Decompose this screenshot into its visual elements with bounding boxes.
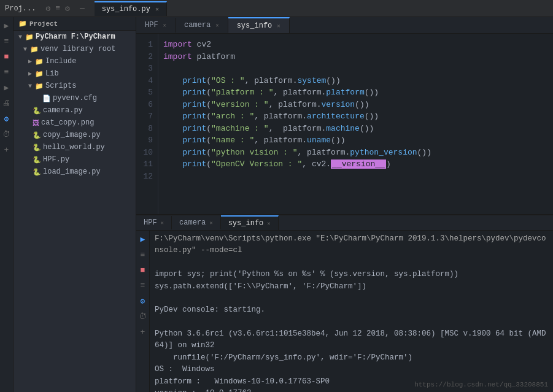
code-line-1: import cv2 bbox=[163, 39, 548, 51]
pyvenv-label: pyvenv.cfg bbox=[53, 94, 97, 102]
pyvenv-file-icon: 📄 bbox=[42, 94, 51, 102]
code-line-8: print("machine : ", platform.machine()) bbox=[163, 123, 548, 135]
tab-camera[interactable]: camera ✕ bbox=[176, 18, 228, 33]
console-area: HPF ✕ camera ✕ sys_info ✕ ▶ ≡ ■ ≡ bbox=[136, 214, 553, 392]
tree-item-hpf[interactable]: 🐍 HPF.py bbox=[14, 153, 136, 166]
console-line-2: import sys; print('Python %s on %s' % (s… bbox=[155, 269, 548, 280]
console-line-5: PyDev console: starting. bbox=[155, 304, 548, 316]
console-run-icon[interactable]: ▶ bbox=[139, 233, 147, 245]
console-tab-sys-info-close[interactable]: ✕ bbox=[267, 220, 270, 227]
pycharm-label: PyCharm F:\PyCharm bbox=[36, 33, 115, 41]
line-num-10: 10 bbox=[139, 147, 153, 159]
console-gear-icon[interactable]: ⚙ bbox=[139, 295, 147, 307]
chevron-down-icon-venv: ▼ bbox=[23, 46, 27, 53]
top-bar: Proj... ⚙ ≡ ⚙ — sys_info.py ✕ bbox=[0, 0, 553, 17]
top-file-tab[interactable]: sys_info.py ✕ bbox=[95, 1, 167, 16]
console-tab-hpf-close[interactable]: ✕ bbox=[161, 220, 164, 226]
main-layout: ▶ ≡ ■ ≡ ▶ 🖨 ⚙ ⏱ + 📁 Project ▼ 📁 PyCharm … bbox=[0, 17, 553, 392]
tree-item-lib[interactable]: ▶ 📁 Lib bbox=[14, 67, 136, 80]
line-num-4: 4 bbox=[139, 75, 153, 87]
venv-folder-icon: 📁 bbox=[30, 45, 39, 53]
tab-camera-close[interactable]: ✕ bbox=[215, 22, 218, 29]
plus-icon[interactable]: + bbox=[3, 144, 10, 156]
tab-hpf-close[interactable]: ✕ bbox=[163, 22, 166, 29]
tree-item-copy-image[interactable]: 🐍 copy_image.py bbox=[14, 129, 136, 141]
tree-item-pyvenv[interactable]: 📄 pyvenv.cfg bbox=[14, 92, 136, 104]
tree-item-include[interactable]: ▶ 📁 Include bbox=[14, 55, 136, 67]
console-clock-icon[interactable]: ⏱ bbox=[137, 311, 148, 323]
copy-label: copy_image.py bbox=[43, 131, 101, 139]
console-tab-sys-info[interactable]: sys_info ✕ bbox=[221, 215, 279, 230]
tab-sys-info-label: sys_info bbox=[237, 21, 273, 30]
code-line-9: print("name : ", platform.uname()) bbox=[163, 134, 548, 147]
sidebar-header: 📁 Project bbox=[14, 17, 136, 31]
line-num-12: 12 bbox=[139, 171, 153, 183]
console-line-3: sys.path.extend(['F:\\PyCharm', 'F:/PyCh… bbox=[155, 281, 548, 293]
scripts-label: Scripts bbox=[45, 82, 76, 90]
console-step-icon[interactable]: ≡ bbox=[139, 249, 147, 261]
watermark: https://blog.csdn.net/qq_33208851 bbox=[414, 381, 548, 388]
print-icon[interactable]: 🖨 bbox=[1, 98, 12, 109]
console-line-1 bbox=[155, 257, 548, 269]
tree-item-load-image[interactable]: 🐍 load_image.py bbox=[14, 166, 136, 178]
copy-file-icon: 🐍 bbox=[33, 131, 41, 139]
tree-item-camera[interactable]: 🐍 camera.py bbox=[14, 104, 136, 117]
line-numbers: 1 2 3 4 5 6 7 8 9 10 11 12 bbox=[136, 34, 158, 214]
editor-content: 1 2 3 4 5 6 7 8 9 10 11 12 import cv2 im… bbox=[136, 34, 553, 214]
chevron-down-icon: ▼ bbox=[18, 34, 22, 40]
sidebar: 📁 Project ▼ 📁 PyCharm F:\PyCharm ▼ 📁 ven… bbox=[14, 17, 136, 392]
code-editor[interactable]: import cv2 import platform print("OS : "… bbox=[158, 34, 553, 214]
tab-sys-info-close[interactable]: ✕ bbox=[277, 23, 280, 29]
left-toolbar: ▶ ≡ ■ ≡ ▶ 🖨 ⚙ ⏱ + bbox=[0, 17, 14, 392]
lib-folder-icon: 📁 bbox=[35, 70, 44, 78]
editor-area: HPF ✕ camera ✕ sys_info ✕ 1 2 3 4 5 6 7 bbox=[136, 17, 553, 392]
console-line-6 bbox=[155, 317, 548, 328]
debug-icon[interactable]: ▶ bbox=[3, 82, 10, 94]
code-line-11: print("OpenCV Version : ", cv2.__version… bbox=[163, 158, 548, 171]
tree-item-scripts[interactable]: ▼ 📁 Scripts bbox=[14, 80, 136, 92]
top-tab-bar: sys_info.py ✕ bbox=[95, 1, 167, 16]
scripts-folder-icon: 📁 bbox=[35, 82, 44, 90]
rerun-icon[interactable]: ≡ bbox=[3, 66, 10, 78]
console-tab-camera[interactable]: camera ✕ bbox=[172, 216, 221, 229]
hpf-file-icon: 🐍 bbox=[33, 156, 41, 164]
chevron-right-icon-include: ▶ bbox=[28, 58, 32, 65]
stop-icon[interactable]: ■ bbox=[3, 51, 10, 63]
hpf-label: HPF.py bbox=[43, 155, 69, 164]
console-stop-icon[interactable]: ■ bbox=[139, 264, 147, 276]
console-tab-hpf[interactable]: HPF ✕ bbox=[136, 216, 172, 229]
tree-item-venv[interactable]: ▼ 📁 venv library root bbox=[14, 43, 136, 55]
tree-item-pycharm[interactable]: ▼ 📁 PyCharm F:\PyCharm bbox=[14, 31, 136, 43]
console-tab-hpf-label: HPF bbox=[144, 218, 157, 227]
clock-icon[interactable]: ⏱ bbox=[1, 129, 12, 140]
sidebar-project-icon: 📁 bbox=[18, 20, 27, 28]
tab-hpf[interactable]: HPF ✕ bbox=[136, 18, 176, 33]
line-num-6: 6 bbox=[139, 99, 153, 111]
console-line-9: OS : Windows bbox=[155, 364, 548, 375]
line-num-9: 9 bbox=[139, 134, 153, 147]
tab-sys-info[interactable]: sys_info ✕ bbox=[228, 17, 290, 33]
console-line-8: runfile('F:/PyCharm/sys_info.py', wdir='… bbox=[155, 352, 548, 364]
console-tab-sys-info-label: sys_info bbox=[228, 219, 264, 228]
line-num-8: 8 bbox=[139, 123, 153, 135]
version-highlight: __version__ bbox=[331, 159, 386, 169]
line-num-1: 1 bbox=[139, 39, 153, 51]
project-icon-label: Proj... bbox=[5, 4, 36, 13]
code-line-3 bbox=[163, 63, 548, 75]
console-output[interactable]: F:\PyCharm\venv\Scripts\python.exe "E:\P… bbox=[150, 231, 553, 392]
top-file-tab-close[interactable]: ✕ bbox=[155, 6, 159, 13]
console-rerun-icon[interactable]: ≡ bbox=[139, 280, 147, 291]
tree-item-cat-copy[interactable]: 🖼 cat_copy.png bbox=[14, 117, 136, 129]
console-plus-icon[interactable]: + bbox=[139, 326, 147, 338]
run-icon[interactable]: ▶ bbox=[3, 20, 10, 32]
cat-label: cat_copy.png bbox=[41, 118, 94, 127]
pycharm-folder-icon: 📁 bbox=[25, 33, 34, 41]
venv-label: venv library root bbox=[41, 45, 115, 53]
console-tab-camera-close[interactable]: ✕ bbox=[209, 220, 212, 226]
code-line-10: print("python vision : ", platform.pytho… bbox=[163, 147, 548, 159]
step-icon[interactable]: ≡ bbox=[3, 36, 10, 47]
cat-file-icon: 🖼 bbox=[33, 119, 39, 127]
tree-item-hello-world[interactable]: 🐍 hello_world.py bbox=[14, 141, 136, 153]
line-num-7: 7 bbox=[139, 110, 153, 123]
gear-icon[interactable]: ⚙ bbox=[3, 113, 10, 125]
